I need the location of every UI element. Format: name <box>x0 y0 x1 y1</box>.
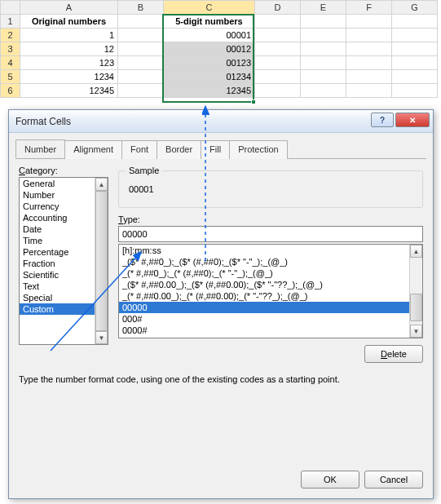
cell-F6[interactable] <box>346 84 392 98</box>
tab-protection[interactable]: Protection <box>229 140 288 159</box>
col-header-E[interactable]: E <box>301 1 346 15</box>
tab-number[interactable]: Number <box>15 139 65 158</box>
col-header-C[interactable]: C <box>164 1 255 15</box>
cell-A3[interactable]: 12 <box>20 42 118 56</box>
format-scrollbar[interactable]: ▲ ▼ <box>409 245 422 338</box>
type-label: Type: <box>118 214 423 224</box>
cell-D5[interactable] <box>255 70 301 84</box>
cell-E3[interactable] <box>301 42 346 56</box>
scroll-up-icon[interactable]: ▲ <box>95 178 108 191</box>
cell-E4[interactable] <box>301 56 346 70</box>
dialog-tabs: Number Alignment Font Border Fill Protec… <box>15 139 426 159</box>
cell-E5[interactable] <box>301 70 346 84</box>
cell-D1[interactable] <box>255 15 301 29</box>
col-header-G[interactable]: G <box>392 1 438 15</box>
format-item[interactable]: _(* #,##0.00_);_(* (#,##0.00);_(* "-"??_… <box>119 290 409 302</box>
scroll-down-icon[interactable]: ▼ <box>410 325 422 338</box>
cell-C6[interactable]: 12345 <box>164 84 255 98</box>
cell-G1[interactable] <box>392 15 438 29</box>
scroll-thumb[interactable] <box>95 191 108 331</box>
row-header-3[interactable]: 3 <box>1 42 20 56</box>
close-button[interactable]: ✕ <box>395 113 430 127</box>
cancel-button[interactable]: Cancel <box>364 471 423 489</box>
cell-G2[interactable] <box>392 29 438 42</box>
row-header-6[interactable]: 6 <box>1 84 20 98</box>
spreadsheet-grid: A B C D E F G 1 Original numbers 5-digit… <box>0 0 441 98</box>
cell-F1[interactable] <box>346 15 392 29</box>
dialog-titlebar[interactable]: Format Cells ? ✕ <box>9 110 433 133</box>
cell-A4[interactable]: 123 <box>20 56 118 70</box>
cell-B6[interactable] <box>118 84 164 98</box>
cell-D6[interactable] <box>255 84 301 98</box>
format-item[interactable]: _(* #,##0_);_(* (#,##0);_(* "-"_);_(@_) <box>119 267 409 279</box>
format-item[interactable]: 00-00 <box>119 336 409 338</box>
row-header-5[interactable]: 5 <box>1 70 20 84</box>
col-header-A[interactable]: A <box>20 1 118 15</box>
cell-E2[interactable] <box>301 29 346 42</box>
cell-G5[interactable] <box>392 70 438 84</box>
cell-F3[interactable] <box>346 42 392 56</box>
ok-button[interactable]: OK <box>301 471 359 489</box>
cell-C2[interactable]: 00001 <box>164 29 255 42</box>
select-all-corner[interactable] <box>1 1 20 15</box>
cell-C1[interactable]: 5-digit numbers <box>164 15 255 29</box>
cell-A5[interactable]: 1234 <box>20 70 118 84</box>
cell-A2[interactable]: 1 <box>20 29 118 42</box>
format-item[interactable]: 0000# <box>119 325 409 336</box>
format-item-selected[interactable]: 00000 <box>119 302 409 313</box>
cell-B3[interactable] <box>118 42 164 56</box>
delete-button[interactable]: Delete <box>364 345 423 363</box>
cell-F4[interactable] <box>346 56 392 70</box>
cell-B5[interactable] <box>118 70 164 84</box>
cell-C3[interactable]: 00012 <box>164 42 255 56</box>
sample-value: 00001 <box>126 183 416 196</box>
category-scrollbar[interactable]: ▲ ▼ <box>95 178 108 344</box>
dialog-title: Format Cells <box>15 116 71 127</box>
row-header-2[interactable]: 2 <box>1 29 20 42</box>
cell-A6[interactable]: 12345 <box>20 84 118 98</box>
cell-D4[interactable] <box>255 56 301 70</box>
cell-D2[interactable] <box>255 29 301 42</box>
format-item[interactable]: 000# <box>119 313 409 325</box>
cell-D3[interactable] <box>255 42 301 56</box>
cell-B2[interactable] <box>118 29 164 42</box>
row-header-1[interactable]: 1 <box>1 15 20 29</box>
col-header-B[interactable]: B <box>118 1 164 15</box>
cell-G4[interactable] <box>392 56 438 70</box>
cell-F2[interactable] <box>346 29 392 42</box>
cell-E1[interactable] <box>301 15 346 29</box>
category-list[interactable]: General Number Currency Accounting Date … <box>19 177 108 345</box>
format-item[interactable]: [h]:mm:ss <box>119 245 409 256</box>
fill-handle[interactable] <box>251 99 256 104</box>
format-code-list[interactable]: [h]:mm:ss _($* #,##0_);_($* (#,##0);_($*… <box>118 244 423 338</box>
row-header-4[interactable]: 4 <box>1 56 20 70</box>
col-header-D[interactable]: D <box>255 1 301 15</box>
cell-C5[interactable]: 01234 <box>164 70 255 84</box>
cell-G6[interactable] <box>392 84 438 98</box>
scroll-thumb[interactable] <box>410 294 422 321</box>
tab-font[interactable]: Font <box>121 140 157 159</box>
tab-border[interactable]: Border <box>157 140 201 159</box>
format-hint: Type the number format code, using one o… <box>19 374 423 384</box>
col-header-F[interactable]: F <box>346 1 392 15</box>
scroll-down-icon[interactable]: ▼ <box>95 331 108 344</box>
cell-C4[interactable]: 00123 <box>164 56 255 70</box>
format-cells-dialog: Format Cells ? ✕ Number Alignment Font B… <box>8 109 434 499</box>
help-button[interactable]: ? <box>371 113 394 127</box>
cell-A1[interactable]: Original numbers <box>20 15 118 29</box>
cell-F5[interactable] <box>346 70 392 84</box>
cells-table[interactable]: A B C D E F G 1 Original numbers 5-digit… <box>0 0 438 98</box>
cell-G3[interactable] <box>392 42 438 56</box>
category-label: Category: <box>19 166 108 175</box>
cell-B4[interactable] <box>118 56 164 70</box>
tab-alignment[interactable]: Alignment <box>64 140 122 159</box>
format-item[interactable]: _($* #,##0.00_);_($* (#,##0.00);_($* "-"… <box>119 279 409 290</box>
format-item[interactable]: _($* #,##0_);_($* (#,##0);_($* "-"_);_(@… <box>119 256 409 267</box>
type-input[interactable] <box>118 226 423 242</box>
cell-E6[interactable] <box>301 84 346 98</box>
sample-label: Sample <box>126 166 162 175</box>
tab-fill[interactable]: Fill <box>201 140 230 159</box>
scroll-up-icon[interactable]: ▲ <box>410 245 422 258</box>
cell-B1[interactable] <box>118 15 164 29</box>
